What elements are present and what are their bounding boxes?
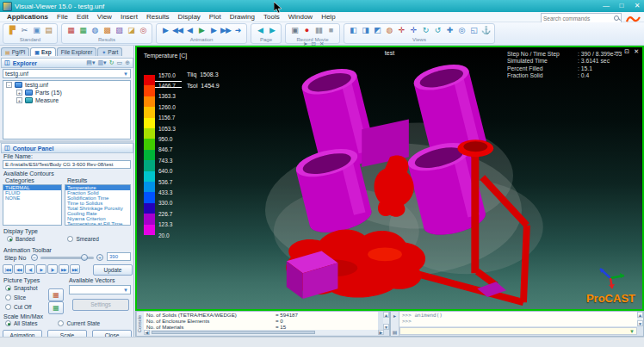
picture-type-option-slice[interactable]: Slice [5,294,37,301]
next-frame-icon[interactable]: ▶ [208,25,219,36]
file-name-field[interactable] [3,160,131,169]
probe-value-icon[interactable]: ◎ [138,25,148,36]
menu-insert[interactable]: Insert [116,12,142,22]
first-frame-icon[interactable]: ◀◀ [172,25,183,36]
export-animation-icon[interactable]: ➜ [232,25,243,36]
scroll-right-icon[interactable]: ▶ [378,330,384,335]
step-forward-button[interactable]: |▶ [47,264,58,274]
fit-view-icon[interactable]: ◱ [468,25,479,36]
open-file-icon[interactable]: ▛ [7,25,17,36]
axes-triad-icon[interactable]: ✛ [396,25,406,36]
viewport-close-button[interactable]: ✕ [634,48,639,55]
console-scrollbar[interactable]: ▲ ▼ [383,312,389,330]
console-hscrollbar[interactable]: ◀ ▶ [144,330,384,335]
menu-window[interactable]: Window [284,12,317,22]
step-back-button[interactable]: ◀| [25,264,35,274]
menu-file[interactable]: File [53,12,72,22]
display-type-option-smeared[interactable]: Smeared [67,236,98,242]
rotate-view-icon[interactable]: ↻ [420,25,430,36]
fast-forward-button[interactable]: ▶▶ [59,264,69,274]
add-item-icon[interactable]: ⊕ [125,59,130,67]
stop-icon[interactable]: ■ [325,25,336,36]
step-increment-button[interactable]: + [96,254,103,261]
display-type-option-banded[interactable]: Banded [7,236,34,242]
tree-toggle-icon[interactable]: + [16,97,22,103]
cut-icon[interactable]: ✂ [19,25,29,36]
minimize-button[interactable]: — [601,1,611,11]
tree-toggle-icon[interactable]: + [16,90,22,96]
python-scrollbar[interactable]: ▲ ▼ [637,312,643,326]
float-panel-icon[interactable]: ⊡ [311,40,315,46]
zoom-window-icon[interactable]: ◎ [456,25,467,36]
viewport-minimize-button[interactable]: — [614,48,620,55]
scale-option-all-states[interactable]: All States [5,320,37,326]
menu-display[interactable]: Display [174,12,205,22]
category-item[interactable]: NONE [3,195,61,201]
tab-part[interactable]: ✦Part [97,47,122,56]
spin-view-icon[interactable]: ↺ [432,25,443,36]
maximize-button[interactable]: □ [616,1,627,11]
close-panel-icon[interactable]: ✕ [319,40,324,46]
view-top-icon[interactable]: ◩ [372,25,382,36]
expand-output-icon[interactable]: ▸ [393,313,396,319]
iso-surface-icon[interactable]: ◍ [90,25,100,36]
submit-command-icon[interactable]: ▼ [629,329,636,334]
previous-page-icon[interactable]: ◀ [255,25,265,36]
update-button[interactable]: Update [93,264,133,276]
model-file-dropdown[interactable]: testg.unf ▼ [3,69,131,78]
view-front-icon[interactable]: ◧ [348,25,358,36]
tree-item[interactable]: +Measure [3,96,130,104]
search-input[interactable] [542,15,614,22]
slice-settings-button[interactable]: ▦ [48,288,64,301]
view-iso-icon[interactable]: ◍ [384,25,394,36]
scroll-left-icon[interactable]: ◀ [144,330,150,335]
tab-file-explorer[interactable]: File Explorer [57,47,96,56]
refresh-icon[interactable]: ↻ [109,59,115,67]
pan-view-icon[interactable]: ✚ [444,25,455,36]
step-slider[interactable] [40,257,94,259]
tab-pg-pl[interactable]: ▤Pg/Pl [1,47,29,56]
result-item[interactable]: Temperature at Fill Time [65,221,130,226]
record-icon[interactable]: ● [301,25,312,36]
copy-icon[interactable]: ▣ [31,25,41,36]
paste-icon[interactable]: ▤ [43,25,53,36]
categories-list[interactable]: THERMALFLUIDNONE [3,184,62,226]
menu-view[interactable]: View [93,12,116,22]
camera-icon[interactable]: ▣ [289,25,300,36]
step-slider-thumb[interactable] [81,254,88,261]
menu-edit[interactable]: Edit [72,12,93,22]
viewport-restore-button[interactable]: ⊡ [624,48,629,55]
scale-option-current-state[interactable]: Current State [58,320,100,326]
play-button[interactable]: ▶ [36,264,46,274]
picture-type-option-snapshot[interactable]: Snapshot [5,285,37,291]
last-frame-icon[interactable]: ▶▶ [220,25,231,36]
next-page-icon[interactable]: ▶ [267,25,277,36]
picture-type-option-cut-off[interactable]: Cut Off [5,304,37,310]
pin-panel-icon[interactable]: ➤ [303,40,307,46]
cutoff-settings-button[interactable]: ▦ [48,301,64,314]
first-step-button[interactable]: |◀◀ [3,264,13,274]
pause-icon[interactable]: ▮▮ [313,25,324,36]
hscroll-thumb[interactable] [152,331,315,334]
python-input[interactable]: ▼ [399,327,637,335]
vector-plot-icon[interactable]: ▨ [114,25,124,36]
settings-button[interactable]: Settings [72,299,129,311]
close-button[interactable]: ✕ [632,1,642,11]
menu-help[interactable]: Help [317,12,339,22]
vectors-dropdown[interactable]: ▼ [69,285,131,294]
search-icon[interactable] [614,15,620,22]
comments-icon[interactable]: ▭ [117,59,123,67]
menu-plot[interactable]: Plot [205,12,226,22]
scroll-up-icon[interactable]: ▲ [383,312,389,318]
view-mode-icon[interactable]: ▤▾ [86,59,95,67]
menu-drawing[interactable]: Drawing [226,12,259,22]
last-step-button[interactable]: ▶▶| [70,264,80,274]
tree-item[interactable]: +Parts (15) [3,89,130,96]
cut-plane-icon[interactable]: ▩ [102,25,112,36]
previous-frame-icon[interactable]: ◀ [184,25,195,36]
open-results-icon[interactable]: ▦ [65,25,76,36]
view-side-icon[interactable]: ◨ [360,25,370,36]
step-decrement-button[interactable]: − [31,254,38,261]
play-animation-icon[interactable]: ▶ [196,25,207,36]
viewport-3d[interactable]: test —⊡✕ Temperature [C] Tliq 1508.3 Tso… [135,46,644,311]
